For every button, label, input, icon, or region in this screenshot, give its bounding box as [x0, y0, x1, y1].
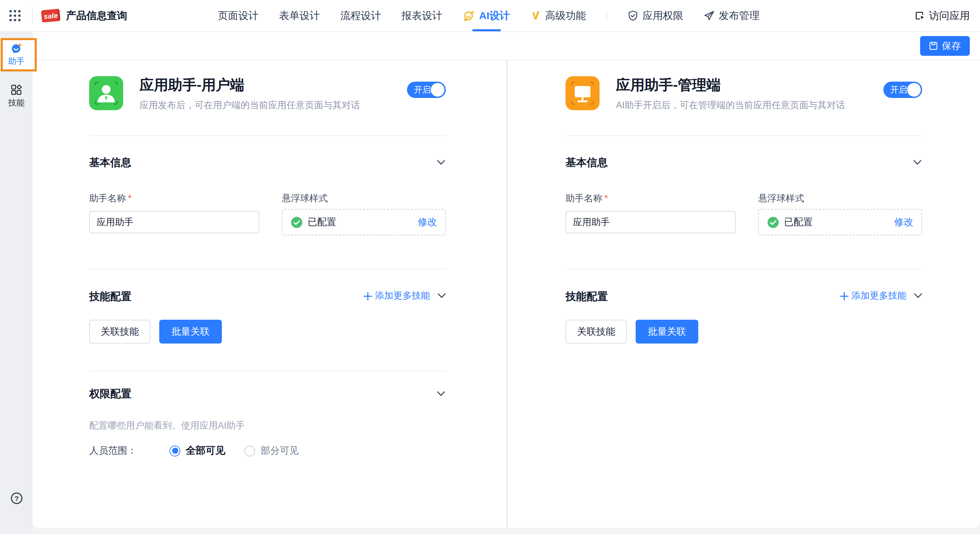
app-logo-text: sale	[43, 11, 58, 20]
help-button[interactable]: ?	[0, 492, 33, 505]
tab-page-design[interactable]: 页面设计	[218, 0, 259, 31]
radio-partial-visible[interactable]	[244, 445, 255, 456]
assistant-name-input[interactable]	[566, 211, 736, 233]
batch-link-button[interactable]: 批量关联	[636, 320, 698, 343]
chevron-down-icon[interactable]	[437, 160, 445, 165]
add-more-skills-link[interactable]: 添加更多技能	[363, 290, 430, 302]
permission-config-heading: 权限配置	[89, 387, 131, 401]
tab-report-design[interactable]: 报表设计	[401, 0, 442, 31]
scope-row: 人员范围： 全部可见 部分可见	[89, 444, 299, 457]
modify-link[interactable]: 修改	[894, 216, 913, 228]
assistant-chat-bubble-icon	[11, 42, 22, 54]
tab-flow-design[interactable]: 流程设计	[340, 0, 381, 31]
check-circle-icon	[767, 216, 779, 228]
top-bar-divider	[32, 8, 33, 24]
section-divider	[566, 269, 922, 269]
top-bar-left: sale 产品信息查询	[8, 0, 127, 31]
panel-user-assistant: 应用助手-用户端 应用发布后，可在用户端的当前应用任意页面与其对话 开启 基本信…	[89, 60, 446, 528]
save-button[interactable]: 保存	[920, 36, 970, 56]
ai-chat-bubble-icon	[463, 10, 475, 22]
assistant-name-label: 助手名称*	[566, 192, 608, 205]
option-partial-visible-label[interactable]: 部分可见	[261, 445, 299, 457]
svg-text:?: ?	[14, 494, 19, 502]
required-mark: *	[128, 193, 132, 203]
toggle-knob	[431, 83, 444, 97]
float-ball-config-box: 已配置 修改	[282, 209, 446, 235]
float-ball-config-box: 已配置 修改	[758, 209, 922, 235]
modify-link[interactable]: 修改	[418, 216, 437, 228]
float-ball-style-label: 悬浮球样式	[282, 192, 328, 205]
configured-status: 已配置	[784, 216, 813, 228]
chevron-down-icon[interactable]	[437, 391, 445, 397]
required-mark: *	[605, 193, 608, 203]
float-ball-style-label: 悬浮球样式	[758, 192, 804, 205]
top-nav: 页面设计 表单设计 流程设计 报表设计 AI设计 高级功能	[218, 0, 759, 31]
chevron-down-icon[interactable]	[438, 293, 446, 299]
app-name: 产品信息查询	[66, 9, 127, 22]
tab-publish-management[interactable]: 发布管理	[704, 0, 759, 31]
scope-label: 人员范围：	[89, 445, 137, 457]
tab-app-permission[interactable]: 应用权限	[627, 0, 683, 31]
skills-header-actions: 添加更多技能	[363, 290, 446, 302]
paper-plane-icon	[704, 10, 714, 21]
section-divider	[89, 371, 446, 372]
add-more-skills-link[interactable]: 添加更多技能	[840, 290, 907, 302]
skills-config-heading: 技能配置	[566, 290, 608, 304]
chevron-down-icon[interactable]	[914, 293, 922, 299]
radio-all-visible[interactable]	[169, 445, 180, 456]
save-floppy-icon	[929, 41, 938, 50]
chevron-down-icon[interactable]	[913, 160, 921, 165]
admin-assistant-icon	[566, 76, 600, 110]
user-assistant-icon	[89, 76, 123, 110]
section-divider	[566, 135, 922, 136]
sidebar-item-skills[interactable]: 技能	[0, 81, 33, 112]
app-logo: sale	[41, 9, 60, 23]
active-tab-indicator	[472, 29, 501, 31]
sidebar-item-label: 助手	[8, 56, 24, 67]
check-circle-icon	[291, 216, 303, 228]
left-sidebar: 助手 技能 ?	[0, 32, 33, 534]
tab-form-design[interactable]: 表单设计	[279, 0, 320, 31]
batch-link-button[interactable]: 批量关联	[159, 320, 222, 343]
enable-toggle[interactable]: 开启	[407, 82, 446, 98]
section-divider	[89, 269, 446, 269]
assistant-name-label: 助手名称*	[89, 192, 132, 205]
skills-buttons: 关联技能 批量关联	[566, 320, 698, 343]
app-grid-icon[interactable]	[8, 9, 22, 22]
tab-advanced-features[interactable]: 高级功能	[530, 0, 586, 31]
panel-divider	[506, 60, 508, 528]
tab-ai-design[interactable]: AI设计	[463, 0, 510, 31]
configured-status: 已配置	[308, 216, 336, 228]
advanced-sparkle-icon	[530, 10, 541, 21]
link-skill-button[interactable]: 关联技能	[566, 320, 627, 343]
plus-icon	[840, 291, 849, 300]
link-skill-button[interactable]: 关联技能	[89, 320, 150, 343]
open-app-icon	[914, 10, 925, 21]
top-bar: sale 产品信息查询 页面设计 表单设计 流程设计 报表设计 AI设计	[0, 0, 980, 32]
shield-check-icon	[627, 10, 638, 21]
panel-title: 应用助手-管理端	[616, 76, 721, 95]
skills-header-actions: 添加更多技能	[840, 290, 922, 302]
access-app-button[interactable]: 访问应用	[914, 0, 970, 31]
panel-subtitle: AI助手开启后，可在管理端的当前应用任意页面与其对话	[616, 99, 845, 111]
app-window: sale 产品信息查询 页面设计 表单设计 流程设计 报表设计 AI设计	[0, 0, 980, 534]
permission-description: 配置哪些用户能看到、使用应用AI助手	[89, 420, 245, 432]
panel-subtitle: 应用发布后，可在用户端的当前应用任意页面与其对话	[140, 99, 360, 111]
nav-group-divider	[606, 11, 607, 21]
enable-toggle[interactable]: 开启	[883, 82, 922, 98]
basic-info-heading: 基本信息	[89, 156, 131, 170]
skills-config-heading: 技能配置	[89, 290, 131, 304]
sidebar-item-assistant[interactable]: 助手	[0, 38, 33, 72]
plus-icon	[363, 291, 372, 300]
toggle-knob	[907, 83, 921, 97]
skills-blocks-icon	[11, 84, 22, 95]
main-content: 应用助手-用户端 应用发布后，可在用户端的当前应用任意页面与其对话 开启 基本信…	[33, 60, 980, 528]
help-question-icon: ?	[10, 492, 23, 505]
panel-title: 应用助手-用户端	[140, 76, 244, 95]
panel-admin-assistant: 应用助手-管理端 AI助手开启后，可在管理端的当前应用任意页面与其对话 开启 基…	[566, 60, 922, 528]
editor-toolbar: 保存	[33, 32, 980, 60]
option-all-visible-label[interactable]: 全部可见	[186, 444, 225, 457]
assistant-name-input[interactable]	[89, 211, 259, 233]
sidebar-item-label: 技能	[8, 97, 24, 109]
section-divider	[89, 135, 446, 136]
